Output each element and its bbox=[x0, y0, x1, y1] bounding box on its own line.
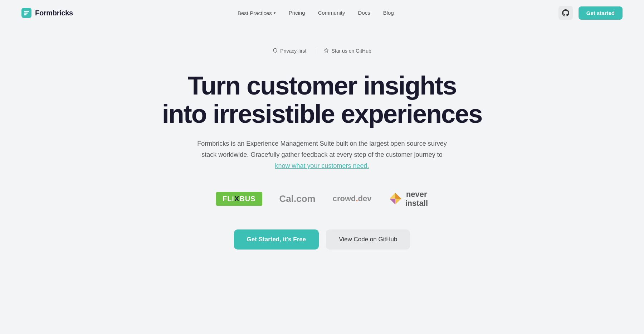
nav-links: Best Practices ▾ Pricing Community Docs … bbox=[238, 10, 394, 16]
github-icon bbox=[562, 9, 569, 16]
nav-item-best-practices[interactable]: Best Practices ▾ bbox=[238, 10, 276, 16]
hero-subtitle-link[interactable]: know what your customers need. bbox=[275, 162, 369, 169]
github-star-badge: Star us on GitHub bbox=[324, 48, 371, 54]
neverinstall-label: neverinstall bbox=[405, 190, 428, 208]
github-star-label: Star us on GitHub bbox=[331, 48, 371, 54]
shield-icon bbox=[273, 48, 278, 54]
svg-marker-1 bbox=[325, 48, 329, 52]
chevron-down-icon: ▾ bbox=[274, 11, 276, 15]
badge-divider bbox=[315, 47, 315, 54]
svg-marker-4 bbox=[389, 199, 395, 204]
cta-buttons: Get Started, it's Free View Code on GitH… bbox=[234, 229, 410, 250]
neverinstall-diamond-icon bbox=[389, 192, 402, 205]
navbar: Formbricks Best Practices ▾ Pricing Comm… bbox=[0, 0, 644, 26]
nav-get-started-button[interactable]: Get started bbox=[579, 6, 623, 20]
brand-name: Formbricks bbox=[35, 9, 73, 17]
logos-row: FLiXBUS Cal.com crowd.dev neverinstall bbox=[216, 190, 428, 208]
privacy-badge: Privacy-first bbox=[273, 48, 306, 54]
svg-marker-5 bbox=[389, 193, 395, 199]
hero-title-line1: Turn customer insights bbox=[188, 71, 457, 100]
logo-flixbus: FLiXBUS bbox=[216, 192, 262, 206]
nav-item-docs[interactable]: Docs bbox=[358, 10, 370, 16]
hero-subtitle-text: Formbricks is an Experience Management S… bbox=[197, 140, 447, 158]
hero-title-line2: into irresistible experiences bbox=[162, 100, 482, 128]
nav-actions: Get started bbox=[558, 6, 623, 20]
logo-crowddev: crowd.dev bbox=[333, 194, 372, 203]
cta-secondary-button[interactable]: View Code on GitHub bbox=[326, 229, 410, 250]
logo-neverinstall: neverinstall bbox=[389, 190, 428, 208]
github-icon-button[interactable] bbox=[558, 6, 573, 20]
svg-marker-3 bbox=[395, 193, 401, 199]
hero-title: Turn customer insights into irresistible… bbox=[162, 72, 482, 128]
formbricks-logo-icon bbox=[21, 8, 31, 18]
privacy-badge-label: Privacy-first bbox=[280, 48, 306, 54]
nav-item-community[interactable]: Community bbox=[318, 10, 345, 16]
brand-logo[interactable]: Formbricks bbox=[21, 8, 73, 18]
hero-subtitle: Formbricks is an Experience Management S… bbox=[193, 138, 451, 171]
nav-item-pricing[interactable]: Pricing bbox=[289, 10, 305, 16]
cta-primary-button[interactable]: Get Started, it's Free bbox=[234, 229, 319, 250]
hero-section: Privacy-first Star us on GitHub Turn cus… bbox=[143, 26, 501, 278]
logo-calcom: Cal.com bbox=[279, 193, 316, 204]
star-icon bbox=[324, 48, 329, 54]
nav-best-practices-label: Best Practices bbox=[238, 10, 272, 16]
hero-badges: Privacy-first Star us on GitHub bbox=[273, 47, 371, 54]
nav-item-blog[interactable]: Blog bbox=[383, 10, 394, 16]
